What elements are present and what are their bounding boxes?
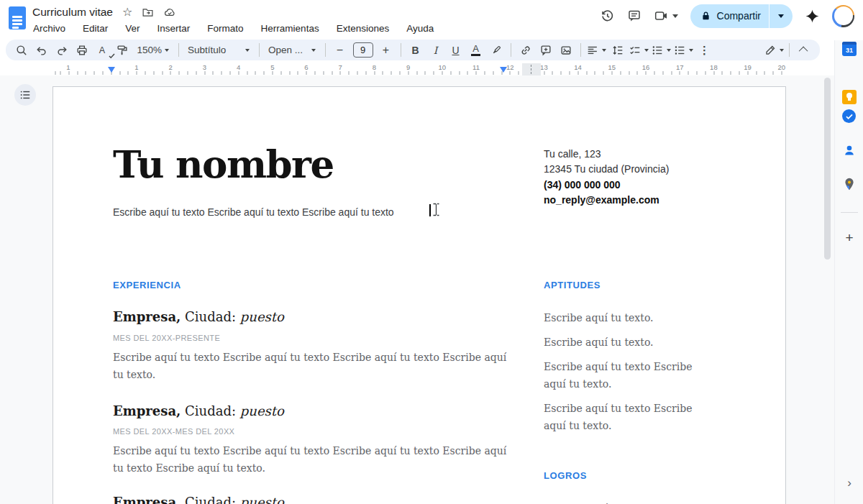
experience-entry-title[interactable]: Empresa, Ciudad: puesto bbox=[113, 309, 284, 324]
resume-name-heading[interactable]: Tu nombre bbox=[113, 142, 334, 186]
print-icon[interactable] bbox=[73, 41, 91, 59]
vertical-scrollbar[interactable] bbox=[824, 78, 831, 260]
editing-mode-select[interactable] bbox=[764, 41, 784, 59]
section-heading-experiencia[interactable]: EXPERIENCIA bbox=[113, 280, 181, 290]
ruler-number: 16 bbox=[642, 63, 650, 71]
section-heading-aptitudes[interactable]: APTITUDES bbox=[544, 280, 601, 290]
redo-icon[interactable] bbox=[53, 41, 71, 59]
show-side-panel-chevron[interactable]: › bbox=[835, 476, 863, 490]
insert-link-icon[interactable] bbox=[516, 41, 534, 59]
resume-intro-text[interactable]: Escribe aquí tu texto Escribe aquí tu te… bbox=[113, 206, 394, 218]
italic-button[interactable]: I bbox=[426, 41, 444, 59]
show-outline-button[interactable] bbox=[14, 84, 36, 106]
top-bar: Curriculum vitae ☆ Archivo Editar Ver In… bbox=[0, 0, 863, 40]
menu-extensiones[interactable]: Extensiones bbox=[332, 22, 394, 35]
ruler-number: 9 bbox=[406, 63, 410, 71]
experience-entry-title-partial[interactable]: Empresa, Ciudad: puesto bbox=[113, 495, 284, 504]
keep-icon[interactable] bbox=[842, 90, 857, 104]
share-button[interactable]: Compartir bbox=[690, 4, 793, 28]
document-title[interactable]: Curriculum vitae bbox=[32, 6, 113, 19]
more-options-icon[interactable]: ⋮ bbox=[695, 41, 713, 59]
maps-icon[interactable] bbox=[842, 177, 857, 191]
column-gap-marker[interactable] bbox=[522, 63, 541, 75]
move-folder-icon[interactable] bbox=[142, 6, 154, 19]
get-addons-button[interactable]: + bbox=[835, 230, 863, 246]
menu-editar[interactable]: Editar bbox=[78, 22, 112, 35]
search-menus-icon[interactable] bbox=[13, 41, 31, 59]
section-heading-logros[interactable]: LOGROS bbox=[544, 470, 587, 481]
experience-entry-body[interactable]: Escribe aquí tu texto Escribe aquí tu te… bbox=[113, 443, 506, 477]
gemini-icon[interactable] bbox=[805, 9, 820, 24]
document-canvas: Tu nombre Escribe aquí tu texto Escribe … bbox=[0, 75, 834, 504]
experience-entry-dates[interactable]: MES DEL 20XX-MES DEL 20XX bbox=[113, 427, 234, 436]
menu-herramientas[interactable]: Herramientas bbox=[257, 22, 324, 35]
font-size-input[interactable]: 9 bbox=[353, 42, 373, 58]
numbered-list-select[interactable] bbox=[673, 41, 693, 59]
ruler-number: 10 bbox=[439, 63, 447, 71]
cloud-saved-icon[interactable] bbox=[163, 6, 176, 19]
zoom-select[interactable]: 150% bbox=[134, 41, 173, 59]
ruler-number: 13 bbox=[540, 63, 548, 71]
meet-dropdown-caret[interactable] bbox=[672, 14, 678, 18]
skill-item[interactable]: Escribe aquí tu texto. bbox=[544, 334, 654, 351]
align-select[interactable] bbox=[586, 41, 606, 59]
decrease-font-size-button[interactable]: − bbox=[331, 41, 349, 59]
contacts-icon[interactable] bbox=[842, 143, 857, 157]
indent-marker-left[interactable] bbox=[108, 67, 115, 73]
experience-entry-title[interactable]: Empresa, Ciudad: puesto bbox=[113, 403, 284, 418]
underline-button[interactable]: U bbox=[447, 41, 465, 59]
experience-entry-body[interactable]: Escribe aquí tu texto Escribe aquí tu te… bbox=[113, 349, 506, 383]
ruler-number: 19 bbox=[744, 63, 752, 71]
indent-marker-column2[interactable] bbox=[500, 67, 507, 73]
ruler-number: 6 bbox=[304, 63, 308, 71]
contact-phone[interactable]: (34) 000 000 000 bbox=[544, 178, 669, 193]
skill-item[interactable]: Escribe aquí tu texto. bbox=[544, 309, 654, 326]
skill-item[interactable]: Escribe aquí tu texto Escribeaquí tu tex… bbox=[544, 400, 692, 434]
achievement-item-partial[interactable]: Escribe aquí tu texto. bbox=[544, 500, 654, 504]
menu-ver[interactable]: Ver bbox=[121, 22, 144, 35]
bulleted-list-select[interactable] bbox=[651, 41, 671, 59]
experience-entry-dates[interactable]: MES DEL 20XX-PRESENTE bbox=[113, 334, 220, 342]
menu-insertar[interactable]: Insertar bbox=[153, 22, 195, 35]
tasks-icon[interactable] bbox=[842, 109, 856, 123]
ruler-number: 7 bbox=[339, 63, 342, 71]
share-dropdown[interactable] bbox=[770, 4, 793, 28]
insert-image-icon[interactable] bbox=[557, 41, 575, 59]
lock-icon bbox=[700, 10, 711, 22]
bold-button[interactable]: B bbox=[406, 41, 424, 59]
account-avatar[interactable] bbox=[832, 5, 854, 27]
font-select[interactable]: Open ... bbox=[265, 41, 319, 59]
undo-icon[interactable] bbox=[33, 41, 51, 59]
share-button-label: Compartir bbox=[717, 10, 761, 22]
checklist-select[interactable] bbox=[629, 41, 649, 59]
paint-format-icon[interactable] bbox=[114, 41, 132, 59]
highlight-color-icon[interactable] bbox=[487, 41, 505, 59]
spell-check-icon[interactable]: A bbox=[93, 41, 111, 59]
contact-city-line[interactable]: 12345 Tu ciudad (Provincia) bbox=[544, 162, 669, 177]
docs-logo-icon[interactable] bbox=[9, 6, 26, 29]
contact-email[interactable]: no_reply@example.com bbox=[544, 193, 669, 208]
star-icon[interactable]: ☆ bbox=[122, 6, 132, 18]
line-spacing-icon[interactable] bbox=[608, 41, 626, 59]
calendar-icon[interactable]: 31 bbox=[842, 42, 857, 56]
increase-font-size-button[interactable]: + bbox=[377, 41, 395, 59]
menu-archivo[interactable]: Archivo bbox=[32, 22, 70, 35]
ruler-number: 4 bbox=[237, 63, 240, 71]
add-comment-icon[interactable] bbox=[536, 41, 554, 59]
menu-formato[interactable]: Formato bbox=[203, 22, 247, 35]
mouse-cursor-ibeam bbox=[432, 203, 440, 216]
menu-ayuda[interactable]: Ayuda bbox=[402, 22, 438, 35]
document-page[interactable]: Tu nombre Escribe aquí tu texto Escribe … bbox=[52, 86, 786, 504]
ruler-number: 15 bbox=[608, 63, 616, 71]
contact-block[interactable]: Tu calle, 123 12345 Tu ciudad (Provincia… bbox=[544, 147, 669, 209]
text-cursor bbox=[429, 204, 431, 216]
hide-menus-icon[interactable] bbox=[795, 41, 813, 59]
meet-video-button[interactable] bbox=[654, 9, 678, 23]
ruler-number: 18 bbox=[710, 63, 718, 71]
text-color-button[interactable]: A bbox=[467, 41, 485, 59]
skill-item[interactable]: Escribe aquí tu texto Escribeaquí tu tex… bbox=[544, 358, 692, 393]
version-history-icon[interactable] bbox=[600, 9, 615, 24]
contact-address-line[interactable]: Tu calle, 123 bbox=[544, 147, 669, 162]
comments-icon[interactable] bbox=[627, 9, 641, 23]
paragraph-style-select[interactable]: Subtítulo bbox=[184, 41, 253, 59]
